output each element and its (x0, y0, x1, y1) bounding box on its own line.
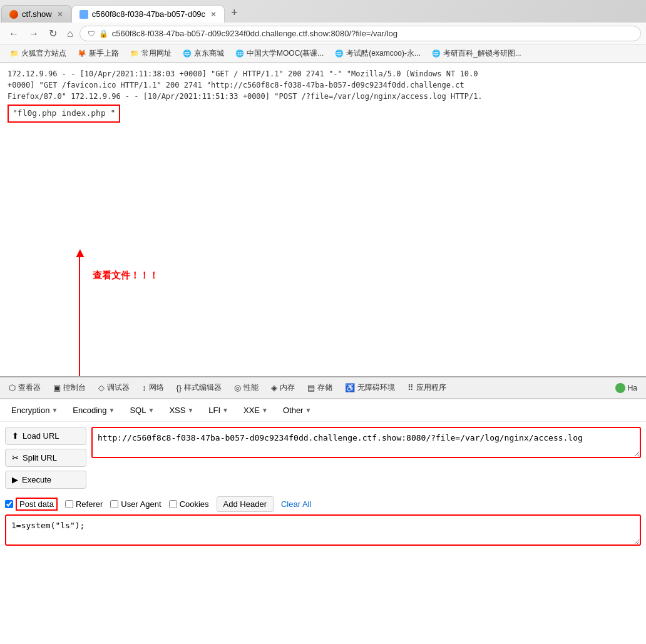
console-label: 控制台 (63, 382, 86, 393)
xxe-label: XXE (244, 406, 260, 415)
referer-checkbox[interactable] (65, 500, 73, 508)
hackbar-post-data-area (5, 514, 641, 548)
devtools-tool-app[interactable]: ⠿ 应用程序 (401, 379, 453, 397)
network-label: 网络 (149, 382, 164, 393)
lock-icon: 🔒 (99, 29, 108, 38)
log-line-3: Firefox/87.0" 172.12.9.96 - - [10/Apr/20… (8, 91, 638, 102)
storage-label: 存储 (317, 382, 332, 393)
tab-label: ctf.show (22, 9, 52, 19)
tab-challenge[interactable]: c560f8c8-f038-47ba-b057-d09c ✕ (71, 5, 225, 23)
memory-icon: ◈ (271, 383, 277, 392)
reload-button[interactable]: ↻ (45, 25, 61, 42)
bookmark-label-3: 常用网址 (141, 48, 172, 59)
execute-button[interactable]: ▶ Execute (5, 471, 86, 489)
address-text: c560f8c8-f038-47ba-b057-d09c9234f0dd.cha… (112, 29, 397, 38)
tab-close-btn-2[interactable]: ✕ (210, 10, 217, 19)
devtools-tool-memory[interactable]: ◈ 内存 (265, 379, 301, 397)
cookies-checkbox-label[interactable]: Cookies (169, 499, 209, 509)
devtools-tool-performance[interactable]: ◎ 性能 (228, 379, 265, 397)
browser-chrome: ctf.show ✕ c560f8c8-f038-47ba-b057-d09c … (0, 0, 646, 63)
devtools-tool-storage[interactable]: ▤ 存储 (301, 379, 339, 397)
encryption-label: Encryption (11, 406, 49, 415)
clear-all-button[interactable]: Clear All (281, 499, 311, 509)
bookmark-label-1: 火狐官方站点 (21, 48, 66, 59)
log-line-2: +0000] "GET /favicon.ico HTTP/1.1" 200 2… (8, 79, 638, 91)
tab-close-btn[interactable]: ✕ (57, 10, 63, 19)
hackbar-menu-lfi[interactable]: LFI ▼ (202, 403, 235, 417)
home-button[interactable]: ⌂ (63, 26, 77, 42)
split-url-icon: ✂ (12, 453, 19, 463)
split-url-button[interactable]: ✂ Split URL (5, 449, 86, 467)
post-data-checkbox[interactable] (5, 500, 13, 508)
load-url-button[interactable]: ⬆ Load URL (5, 427, 86, 445)
bookmark-7[interactable]: 🌐 考研百科_解锁考研图... (427, 46, 526, 61)
bookmark-4[interactable]: 🌐 京东商城 (178, 46, 229, 61)
hackbar-menu-xxe[interactable]: XXE ▼ (237, 403, 274, 417)
bookmark-1[interactable]: 📁 火狐官方站点 (5, 46, 71, 61)
devtools-tool-debugger[interactable]: ◇ 调试器 (92, 379, 136, 397)
hackbar-url-input[interactable] (91, 427, 641, 458)
bookmark-5[interactable]: 🌐 中国大学MOOC(慕课... (230, 46, 329, 61)
accessibility-label: 无障碍环境 (357, 382, 395, 393)
storage-icon: ▤ (307, 383, 315, 392)
bookmark-6[interactable]: 🌐 考试酷(examcoo)-永... (330, 46, 426, 61)
page-favicon (79, 10, 88, 19)
post-data-checkbox-label[interactable]: Post data (5, 498, 58, 511)
file-highlight-box: "fl0g.php index.php " (8, 105, 120, 123)
style-editor-icon: {} (177, 383, 182, 392)
bookmark-icon-2: 🦊 (78, 49, 86, 58)
devtools-tool-style-editor[interactable]: {} 样式编辑器 (170, 379, 228, 397)
add-tab-button[interactable]: + (225, 4, 244, 22)
hackbar-menu-encoding[interactable]: Encoding ▼ (66, 403, 121, 417)
devtools-panel: ⬡ 查看器 ▣ 控制台 ◇ 调试器 ↕ 网络 {} 样式编辑器 ◎ 性能 ◈ 内… (0, 376, 646, 548)
add-header-button[interactable]: Add Header (217, 496, 274, 512)
bookmark-2[interactable]: 🦊 新手上路 (73, 46, 124, 61)
hackbar-menu-other[interactable]: Other ▼ (277, 403, 317, 417)
address-bar[interactable]: 🛡 🔒 c560f8c8-f038-47ba-b057-d09c9234f0dd… (79, 26, 641, 41)
other-arrow: ▼ (305, 407, 311, 414)
cookies-label: Cookies (180, 499, 209, 509)
devtools-tool-inspector[interactable]: ⬡ 查看器 (3, 379, 47, 397)
cookies-checkbox[interactable] (169, 500, 177, 508)
tab-label: c560f8c8-f038-47ba-b057-d09c (92, 9, 205, 19)
inspector-label: 查看器 (18, 382, 41, 393)
page-content: 172.12.9.96 - - [10/Apr/2021:11:38:03 +0… (0, 63, 646, 251)
inspector-icon: ⬡ (9, 383, 16, 392)
devtools-tool-network[interactable]: ↕ 网络 (136, 379, 170, 397)
hackbar-menu-xss[interactable]: XSS ▼ (163, 403, 200, 417)
bookmark-label-6: 考试酷(examcoo)-永... (346, 48, 421, 59)
bookmark-icon-5: 🌐 (235, 49, 244, 58)
tab-bar: ctf.show ✕ c560f8c8-f038-47ba-b057-d09c … (0, 0, 646, 23)
hackbar-post-data-input[interactable] (5, 514, 641, 546)
bookmark-icon-4: 🌐 (183, 49, 192, 58)
execute-icon: ▶ (12, 475, 18, 484)
bookmark-3[interactable]: 📁 常用网址 (125, 46, 177, 61)
hackbar-menu-bar: Encryption ▼ Encoding ▼ SQL ▼ XSS ▼ LFI … (0, 399, 646, 422)
devtools-toolbar: ⬡ 查看器 ▣ 控制台 ◇ 调试器 ↕ 网络 {} 样式编辑器 ◎ 性能 ◈ 内… (0, 377, 646, 399)
accessibility-icon: ♿ (345, 383, 355, 392)
hackbar-menu-encryption[interactable]: Encryption ▼ (5, 403, 64, 417)
bookmark-label-4: 京东商城 (194, 48, 224, 59)
bookmark-label-7: 考研百科_解锁考研图... (443, 48, 521, 59)
style-editor-label: 样式编辑器 (184, 382, 222, 393)
debugger-icon: ◇ (98, 383, 105, 392)
forward-button[interactable]: → (25, 26, 43, 42)
hackbar-menu-sql[interactable]: SQL ▼ (123, 403, 160, 417)
hackbar-url-area (91, 427, 641, 489)
firefox-favicon (9, 10, 18, 19)
performance-label: 性能 (244, 382, 259, 393)
other-label: Other (283, 406, 304, 415)
devtools-tool-accessibility[interactable]: ♿ 无障碍环境 (339, 379, 401, 397)
user-agent-checkbox-label[interactable]: User Agent (110, 499, 161, 509)
debugger-label: 调试器 (107, 382, 130, 393)
referer-checkbox-label[interactable]: Referer (65, 499, 103, 509)
sql-label: SQL (130, 406, 146, 415)
devtools-tool-ha[interactable]: Ha (609, 379, 643, 397)
tab-ctf-show[interactable]: ctf.show ✕ (1, 5, 71, 23)
back-button[interactable]: ← (5, 26, 23, 42)
bookmark-label-5: 中国大学MOOC(慕课... (247, 48, 324, 59)
hackbar-action-buttons: ⬆ Load URL ✂ Split URL ▶ Execute (5, 427, 86, 489)
devtools-tool-console[interactable]: ▣ 控制台 (47, 379, 92, 397)
user-agent-checkbox[interactable] (110, 500, 118, 508)
xxe-arrow: ▼ (262, 407, 268, 414)
